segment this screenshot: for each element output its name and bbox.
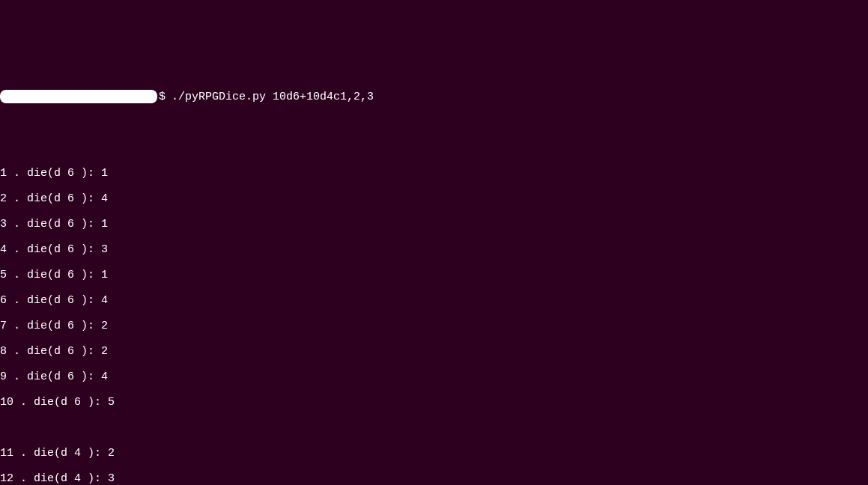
- dice-roll-line: 5 . die(d 6 ): 1: [0, 269, 868, 281]
- prompt-symbol: $: [159, 91, 166, 103]
- dice-roll-line: 2 . die(d 6 ): 4: [0, 192, 868, 205]
- dice-roll-line: 9 . die(d 6 ): 4: [0, 370, 868, 383]
- dice-roll-line: 4 . die(d 6 ): 3: [0, 243, 868, 256]
- dice-roll-line: 1 . die(d 6 ): 1: [0, 167, 868, 180]
- dice-roll-line: 7 . die(d 6 ): 2: [0, 320, 868, 332]
- dice-roll-line: 3 . die(d 6 ): 1: [0, 218, 868, 231]
- dice-roll-line: 10 . die(d 6 ): 5: [0, 396, 868, 409]
- terminal-output[interactable]: $./pyRPGDice.py 10d6+10d4c1,2,3 1 . die(…: [0, 51, 868, 485]
- redacted-user-host: [0, 90, 157, 103]
- dice-roll-line: 12 . die(d 4 ): 3: [0, 472, 868, 485]
- command-text: ./pyRPGDice.py 10d6+10d4c1,2,3: [172, 91, 374, 103]
- dice-roll-line: 6 . die(d 6 ): 4: [0, 294, 868, 307]
- command-prompt-line: $./pyRPGDice.py 10d6+10d4c1,2,3: [0, 90, 868, 103]
- dice-roll-line: 11 . die(d 4 ): 2: [0, 447, 868, 460]
- dice-roll-line: 8 . die(d 6 ): 2: [0, 345, 868, 358]
